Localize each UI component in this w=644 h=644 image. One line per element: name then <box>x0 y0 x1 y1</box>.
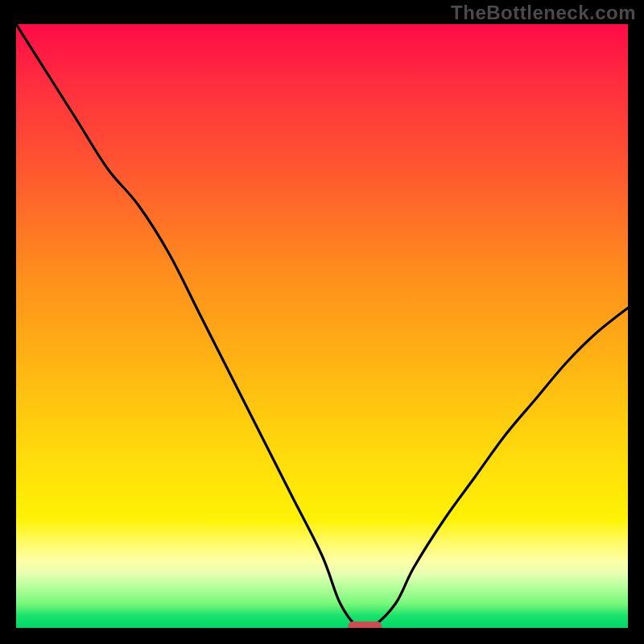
chart-svg <box>16 24 628 628</box>
plot-area <box>16 24 628 628</box>
optimum-marker <box>348 621 382 628</box>
curve-path <box>16 24 628 628</box>
chart-frame: TheBottleneck.com <box>0 0 644 644</box>
watermark-text: TheBottleneck.com <box>451 2 636 24</box>
